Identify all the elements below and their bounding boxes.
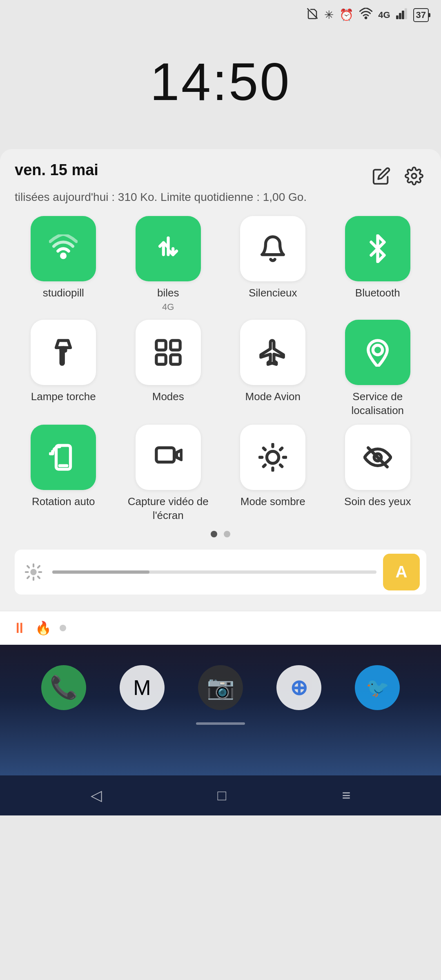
tile-label-rotation: Rotation auto (32, 495, 95, 509)
svg-rect-13 (171, 355, 180, 364)
tile-sublabel-data: 4G (162, 302, 174, 312)
app-gmail-icon[interactable]: M (120, 665, 165, 710)
brightness-slider[interactable] (52, 570, 376, 574)
svg-line-23 (281, 465, 282, 467)
svg-rect-17 (156, 448, 174, 462)
status-icons: ✳ ⏰ 4G 37 (306, 7, 429, 22)
tile-location[interactable]: Service de localisation (329, 320, 427, 418)
tile-label-torch: Lampe torche (31, 390, 96, 404)
svg-point-1 (365, 17, 367, 19)
tile-eyecare[interactable]: Soin des yeux (329, 425, 427, 523)
recents-icon: ≡ (342, 787, 350, 804)
edit-button[interactable] (369, 164, 394, 188)
app-dock: 📞 M 📷 ⊕ 🐦 (24, 665, 416, 710)
home-button[interactable]: □ (218, 787, 227, 804)
back-button[interactable]: ◁ (91, 787, 102, 804)
quick-panel: ven. 15 mai tilisées aujourd'hui : 310 K… (0, 149, 441, 611)
brightness-slider-fill (52, 570, 149, 574)
nav-bar: ◁ □ ≡ (0, 775, 441, 815)
battery-level: 37 (416, 10, 426, 20)
app-twitter-icon[interactable]: 🐦 (355, 665, 400, 710)
signal-bars-icon (396, 8, 408, 22)
panel-header-icons (369, 164, 426, 188)
tile-silent[interactable]: Silencieux (224, 216, 322, 312)
tiles-row-2: Lampe torche Modes Mode Avion (15, 320, 426, 418)
media-flame-icon: 🔥 (35, 620, 51, 636)
tile-wifi[interactable]: studiopill (15, 216, 112, 312)
home-icon: □ (218, 787, 227, 804)
app-camera-wrapper: 📷 (198, 665, 243, 710)
clock-section: 14:50 (0, 27, 441, 145)
page-dots (15, 531, 426, 537)
gesture-hint-line (196, 722, 245, 725)
wifi-status-icon (359, 8, 372, 22)
svg-rect-12 (156, 355, 166, 364)
svg-point-30 (30, 569, 36, 575)
tile-label-wifi: studiopill (43, 286, 84, 300)
svg-line-37 (27, 577, 29, 578)
font-size-label: A (396, 563, 408, 581)
status-bar: ✳ ⏰ 4G 37 (0, 0, 441, 27)
tile-btn-bluetooth[interactable] (345, 216, 410, 281)
svg-line-33 (27, 566, 29, 568)
back-icon: ◁ (91, 787, 102, 804)
notification-dot (60, 625, 66, 631)
app-phone-wrapper: 📞 (41, 665, 86, 710)
brightness-row: A (15, 550, 426, 595)
svg-rect-10 (156, 341, 166, 350)
tile-btn-screenvideo[interactable] (136, 425, 201, 490)
tile-data[interactable]: biles 4G (120, 216, 217, 312)
svg-line-34 (38, 577, 40, 578)
tile-label-location: Service de localisation (329, 390, 427, 418)
svg-marker-18 (176, 450, 181, 460)
tile-btn-eyecare[interactable] (345, 425, 410, 490)
tile-label-bluetooth: Bluetooth (355, 286, 400, 300)
data-usage-text: tilisées aujourd'hui : 310 Ko. Limite qu… (15, 191, 426, 204)
app-camera-icon[interactable]: 📷 (198, 665, 243, 710)
tile-btn-modes[interactable] (136, 320, 201, 385)
tile-screenvideo[interactable]: Capture vidéo de l'écran (120, 425, 217, 523)
svg-rect-3 (399, 13, 401, 19)
svg-point-19 (267, 452, 279, 463)
app-twitter-wrapper: 🐦 (355, 665, 400, 710)
tile-btn-wifi[interactable] (31, 216, 96, 281)
notification-bar: ⏸ 🔥 (0, 611, 441, 645)
app-phone-icon[interactable]: 📞 (41, 665, 86, 710)
app-gmail-wrapper: M (120, 665, 165, 710)
tile-darkmode[interactable]: Mode sombre (224, 425, 322, 523)
svg-line-38 (38, 566, 40, 568)
tile-btn-darkmode[interactable] (240, 425, 305, 490)
settings-button[interactable] (402, 164, 426, 188)
tiles-row-1: studiopill biles 4G (15, 216, 426, 312)
tile-label-screenvideo: Capture vidéo de l'écran (120, 495, 217, 523)
svg-line-26 (264, 465, 265, 467)
tile-btn-silent[interactable] (240, 216, 305, 281)
signal-4g-icon: 4G (378, 10, 390, 20)
page-dot-1[interactable] (211, 531, 217, 537)
svg-point-14 (373, 345, 382, 354)
tile-btn-location[interactable] (345, 320, 410, 385)
tile-btn-torch[interactable] (31, 320, 96, 385)
tile-torch[interactable]: Lampe torche (15, 320, 112, 418)
page-dot-2[interactable] (224, 531, 230, 537)
svg-point-7 (62, 254, 65, 258)
tile-modes[interactable]: Modes (120, 320, 217, 418)
homescreen: 📞 M 📷 ⊕ 🐦 (0, 645, 441, 775)
bluetooth-status-icon: ✳ (324, 8, 334, 22)
tile-label-data: biles (157, 286, 179, 300)
app-chrome-icon[interactable]: ⊕ (276, 665, 321, 710)
tile-rotation[interactable]: Rotation auto (15, 425, 112, 523)
panel-date: ven. 15 mai (15, 161, 98, 179)
tile-btn-data[interactable] (136, 216, 201, 281)
media-pause-icon[interactable]: ⏸ (12, 619, 27, 637)
tile-btn-rotation[interactable] (31, 425, 96, 490)
tiles-row-3: Rotation auto Capture vidéo de l'écran (15, 425, 426, 523)
tile-airplane[interactable]: Mode Avion (224, 320, 322, 418)
svg-rect-4 (402, 11, 404, 19)
svg-line-22 (264, 448, 265, 450)
font-size-button[interactable]: A (383, 554, 420, 590)
tile-bluetooth[interactable]: Bluetooth (329, 216, 427, 312)
svg-rect-5 (405, 8, 407, 19)
tile-btn-airplane[interactable] (240, 320, 305, 385)
recents-button[interactable]: ≡ (342, 787, 350, 804)
